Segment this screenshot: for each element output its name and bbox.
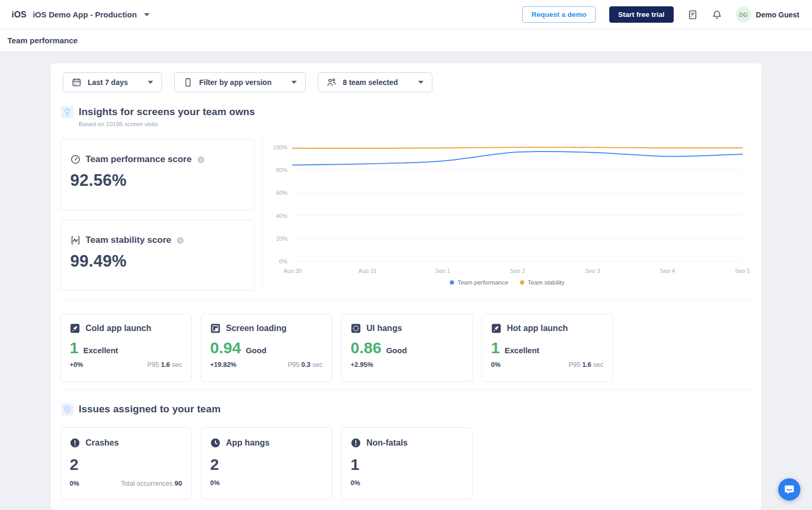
issue-change: 0%: [70, 480, 79, 487]
team-stability-score-card: Team stability score i 99.49%: [60, 220, 254, 291]
screen-loading-icon: [210, 323, 221, 334]
issue-title: Crashes: [86, 438, 119, 448]
stability-pulse-icon: [70, 235, 81, 245]
metric-value: 1: [491, 339, 500, 356]
performance-score-label: Team performance score: [86, 154, 192, 165]
insights-title: Insights for screens your team owns: [79, 106, 255, 118]
stability-score-value: 99.49%: [70, 252, 244, 271]
legend-label: Team stability: [528, 279, 565, 286]
chart-legend: Team performance Team stability: [262, 279, 752, 286]
user-name: Demo Guest: [756, 11, 799, 19]
app-selector-dropdown[interactable]: iOS Demo App - Production: [33, 10, 149, 19]
crashes-card: Crashes 2 0% Total occurrences 90: [60, 427, 192, 499]
metric-change: +0%: [70, 361, 83, 369]
issue-title: App hangs: [226, 438, 270, 448]
app-version-filter[interactable]: Filter by app version: [174, 72, 306, 92]
metric-title: Hot app launch: [507, 324, 568, 333]
svg-text:0%: 0%: [279, 258, 288, 265]
apdex-metric-row: Cold app launch 1 Excellent +0% P95 1.6 …: [60, 314, 752, 382]
svg-text:Sep 4: Sep 4: [660, 268, 675, 273]
app-selector-label: iOS Demo App - Production: [33, 10, 137, 19]
metric-value: 0.86: [351, 339, 381, 356]
svg-text:100%: 100%: [273, 144, 288, 150]
scores-trend-chart: 0%20%40%60%80%100%Aug 30Aug 31Sep 1Sep 2…: [262, 139, 752, 291]
svg-text:Aug 31: Aug 31: [358, 268, 376, 273]
main-content: Last 7 days Filter by app version: [0, 52, 812, 510]
p95-stat: P95 1.6 sec: [569, 361, 603, 369]
page-header: Team performance: [0, 30, 812, 52]
hot-app-launch-card: Hot app launch 1 Excellent 0% P95 1.6 se…: [481, 314, 613, 382]
screen-loading-card: Screen loading 0.94 Good +19.82% P95 0.3…: [201, 314, 332, 382]
non-fatal-alert-icon: [351, 438, 361, 448]
team-performance-card: Last 7 days Filter by app version: [50, 63, 762, 510]
cold-launch-rocket-icon: [70, 323, 80, 334]
ios-logo: iOS: [12, 10, 26, 20]
issue-value: 1: [351, 456, 463, 473]
svg-text:Sep 5: Sep 5: [735, 268, 750, 273]
insights-section-header: Insights for screens your team owns Base…: [60, 106, 752, 127]
crash-alert-icon: [70, 438, 80, 448]
team-performance-score-card: Team performance score i 92.56%: [60, 139, 254, 210]
svg-text:80%: 80%: [276, 167, 288, 173]
changelog-icon[interactable]: [687, 10, 698, 20]
filter-bar: Last 7 days Filter by app version: [60, 72, 752, 92]
svg-text:40%: 40%: [276, 213, 288, 219]
info-icon[interactable]: i: [197, 156, 204, 163]
chat-bubble-icon: [783, 484, 795, 495]
svg-text:20%: 20%: [276, 235, 288, 242]
issue-change: 0%: [210, 479, 220, 487]
chevron-down-icon: [418, 81, 423, 84]
section-divider: [60, 390, 752, 390]
team-filter[interactable]: 8 team selected: [318, 72, 432, 92]
metric-title: UI hangs: [366, 324, 402, 333]
app-hangs-card: App hangs 2 0%: [201, 427, 332, 499]
metric-change: +19.82%: [210, 361, 237, 369]
app-hangs-icon: [210, 438, 221, 448]
legend-dot-orange: [520, 280, 524, 285]
notifications-bell-icon[interactable]: [712, 10, 722, 20]
date-range-filter[interactable]: Last 7 days: [63, 72, 162, 92]
metric-value: 1: [70, 339, 79, 356]
issues-section-header: Issues assigned to your team: [60, 403, 752, 415]
issue-title: Non-fatals: [366, 438, 408, 448]
issues-title: Issues assigned to your team: [79, 403, 221, 415]
legend-team-performance: Team performance: [450, 279, 508, 286]
metric-rating: Excellent: [505, 346, 540, 355]
request-demo-button[interactable]: Request a demo: [522, 6, 595, 23]
issue-value: 2: [70, 456, 182, 473]
user-avatar: DG: [736, 7, 751, 22]
gauge-icon: [70, 154, 81, 165]
svg-text:Sep 2: Sep 2: [510, 268, 525, 273]
metric-title: Screen loading: [226, 324, 287, 333]
bug-shield-icon: [61, 403, 73, 415]
non-fatals-card: Non-fatals 1 0%: [341, 427, 473, 499]
issue-value: 2: [210, 456, 323, 473]
user-menu[interactable]: DG Demo Guest: [736, 7, 799, 22]
metric-change: +2.95%: [351, 361, 373, 369]
chat-launcher-button[interactable]: [778, 478, 800, 500]
app-version-label: Filter by app version: [199, 78, 271, 87]
ui-hangs-card: UI hangs 0.86 Good +2.95%: [341, 314, 473, 382]
p95-stat: P95 0.3 sec: [288, 361, 323, 369]
date-range-label: Last 7 days: [88, 78, 128, 87]
team-people-icon: [327, 78, 336, 87]
top-navigation: iOS iOS Demo App - Production Request a …: [0, 0, 812, 30]
legend-team-stability: Team stability: [520, 279, 565, 286]
chevron-down-icon: [144, 13, 149, 16]
metric-rating: Good: [386, 346, 407, 355]
mobile-device-icon: [183, 78, 193, 87]
team-filter-label: 8 team selected: [343, 78, 398, 87]
legend-label: Team performance: [458, 279, 508, 286]
lightbulb-icon: [61, 106, 73, 118]
metric-rating: Good: [246, 346, 266, 355]
start-free-trial-button[interactable]: Start free trial: [609, 6, 674, 23]
performance-score-value: 92.56%: [70, 171, 244, 190]
info-icon[interactable]: i: [177, 237, 184, 244]
total-occurrences: Total occurrences 90: [121, 479, 182, 487]
calendar-icon: [72, 78, 81, 87]
p95-stat: P95 1.6 sec: [147, 361, 182, 369]
stability-score-label: Team stability score: [86, 235, 171, 245]
metric-change: 0%: [491, 361, 501, 369]
metric-title: Cold app launch: [86, 324, 151, 333]
section-divider: [60, 299, 752, 300]
